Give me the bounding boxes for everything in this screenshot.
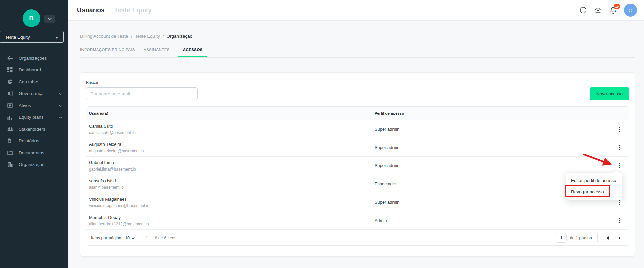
previous-page-icon[interactable] [603,233,612,242]
divider [597,233,598,242]
user-avatar[interactable]: C [624,4,637,17]
user-cell: Augusto Teixeira augusto.teixeira@baseme… [86,142,374,153]
search-label: Buscar [86,80,198,85]
user-name: sdasdfs dsfsd [89,178,374,183]
sidebar-item-label: Ativos [19,103,59,108]
menu-item-revogar-acesso[interactable]: Revogar acesso [566,186,622,197]
building-icon [7,162,14,168]
sidebar-item-stakeholders[interactable]: Stakeholders [0,123,68,135]
page-title: Usuários [77,6,104,14]
chevron-down-icon [59,115,62,120]
divider [140,233,140,242]
main-content: Billing Account de Teste / Teste Equity … [68,21,644,268]
chevron-down-icon [48,16,52,21]
user-name: Augusto Teixeira [89,142,374,147]
workspace-menu-button[interactable] [44,15,55,23]
sidebar-item-organizacao[interactable]: Organização [0,159,68,171]
sidebar-item-documentos[interactable]: Documentos [0,147,68,159]
user-email: camila.sutti@basement.io [89,130,374,135]
breadcrumb: Billing Account de Teste / Teste Equity … [80,34,635,39]
sidebar-item-label: Relatórios [19,138,62,143]
user-email: allan@basement.io [89,185,374,190]
breadcrumb-separator: / [131,34,132,39]
search-input[interactable] [86,87,198,100]
menu-item-editar-perfil[interactable]: Editar perfil de acesso [566,175,622,186]
sidebar-item-equity-plans[interactable]: Equity plans [0,111,68,123]
sidebar-item-label: Equity plans [19,115,59,120]
page-number-input[interactable]: 1 [556,233,567,243]
sidebar-item-cap-table[interactable]: Cap table [0,76,68,88]
user-cell: Gabriel Lima gabriel.lima@basement.io [86,160,374,172]
breadcrumb-item-teste-equity[interactable]: Teste Equity [135,34,160,39]
upload-cloud-icon[interactable] [594,6,602,14]
table-row: Gabriel Lima gabriel.lima@basement.io Su… [86,157,629,175]
file-icon [7,138,14,144]
pie-chart-icon [7,79,14,85]
user-name: Gabriel Lima [89,160,374,165]
items-per-page-value: 10 [125,236,130,240]
new-access-button[interactable]: Novo acesso [590,87,629,100]
user-email: augusto.teixeira@basement.io [89,149,374,153]
role-cell: Super admin [374,200,610,205]
sidebar: B Teste Equity Organizações [0,0,68,268]
sidebar-item-organizacoes[interactable]: Organizações [0,52,68,64]
pagination-left: Itens por página: 10 1 — 6 de 6 itens [91,233,176,242]
sidebar-item-governanca[interactable]: Governança [0,88,68,99]
sidebar-item-dashboard[interactable]: Dashboard [0,64,68,76]
sidebar-item-label: Organizações [19,55,62,61]
app-screen: B Teste Equity Organizações [0,0,644,268]
sidebar-item-label: Dashboard [19,67,62,72]
table-row: sdasdfs dsfsd allan@basement.io Espectad… [86,175,629,193]
role-cell: Admin [374,218,610,223]
sidebar-item-label: Governança [19,91,59,96]
row-actions-kebab-icon[interactable] [615,143,624,152]
search-row: Buscar Novo acesso [86,80,629,100]
next-page-icon[interactable] [615,233,624,242]
row-actions-kebab-icon[interactable] [615,125,624,134]
search-group: Buscar [86,80,198,100]
certificate-icon [7,103,14,108]
chevron-down-icon [59,103,62,108]
breadcrumb-item-billing-account[interactable]: Billing Account de Teste [80,34,128,39]
workspace-logo[interactable]: B [23,9,40,27]
user-name: Camila Sutti [89,124,374,129]
workspace-select[interactable]: Teste Equity [0,31,64,43]
sidebar-item-label: Documentos [19,150,62,155]
items-per-page-select[interactable]: 10 [125,236,135,240]
sidebar-item-ativos[interactable]: Ativos [0,99,68,111]
table-row: Memphis Depay allan.pereira+1212@basemen… [86,211,629,230]
caret-down-icon [132,236,135,240]
user-email: gabriel.lima@basement.io [89,167,374,172]
tab-assinantes[interactable]: ASSINANTES [144,48,170,57]
tab-informacoes-principais[interactable]: INFORMAÇÕES PRINCIPAIS [80,48,135,57]
role-cell: Super admin [374,145,610,150]
breadcrumb-separator: / [163,34,164,39]
info-icon[interactable] [579,6,587,14]
sidebar-item-relatorios[interactable]: Relatórios [0,135,68,147]
sidebar-item-label: Stakeholders [19,127,62,132]
row-actions-kebab-icon[interactable] [615,161,624,171]
topbar: Usuários Teste Equity 19 C [68,0,644,21]
page-subtitle[interactable]: Teste Equity [114,6,152,14]
tab-bar: INFORMAÇÕES PRINCIPAIS ASSINANTES ACESSO… [80,48,635,58]
column-header-user: Usuário(a) [86,111,374,115]
role-cell: Super admin [374,127,610,132]
dashboard-icon [7,67,14,73]
user-name: Memphis Depay [89,215,374,220]
items-range-text: 1 — 6 de 6 itens [146,236,176,240]
user-cell: Memphis Depay allan.pereira+1212@basemen… [86,215,374,226]
role-cell: Super admin [374,163,610,168]
row-actions-kebab-icon[interactable] [615,216,624,225]
user-cell: Camila Sutti camila.sutti@basement.io [86,124,374,135]
access-card: Buscar Novo acesso Usuário(a) Perfil de … [80,72,635,257]
user-email: allan.pereira+1212@basement.io [89,222,374,226]
book-icon [7,91,14,96]
tab-acessos[interactable]: ACESSOS [178,48,207,57]
bell-icon[interactable]: 19 [609,6,617,14]
sidebar-item-label: Organização [19,162,62,167]
user-cell: sdasdfs dsfsd allan@basement.io [86,178,374,190]
people-icon [7,127,14,132]
table-row: Camila Sutti camila.sutti@basement.io Su… [86,120,629,138]
user-email: vinicius.magalhaes@basement.io [89,203,374,208]
pagination-right: 1 de 1 página [556,233,624,243]
